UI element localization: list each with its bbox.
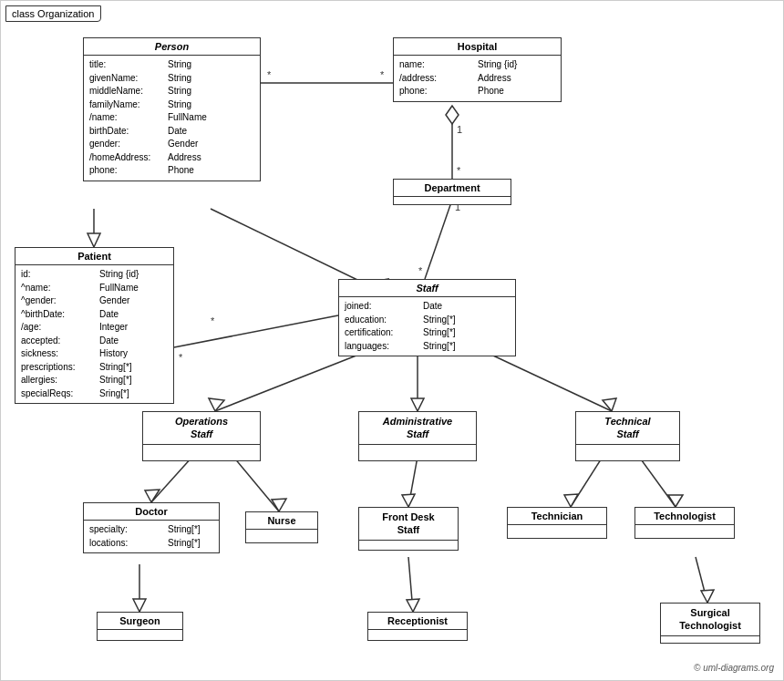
class-surgeon-attrs [98,630,182,635]
class-staff-attrs: joined:Date education:String[*] certific… [339,297,515,356]
class-administrative-staff: AdministrativeStaff [358,411,477,461]
svg-line-27 [408,457,418,507]
class-doctor: Doctor specialty:String[*] locations:Str… [83,502,220,553]
class-technologist-attrs [635,525,734,531]
copyright-text: © uml-diagrams.org [694,663,774,673]
class-front-desk-staff: Front DeskStaff [358,507,459,551]
class-technologist-title: Technologist [635,508,734,525]
svg-line-14 [174,315,338,347]
svg-text:*: * [211,315,215,326]
class-hospital-title: Hospital [394,38,561,56]
svg-marker-28 [402,494,415,507]
svg-marker-38 [701,590,714,603]
class-surgeon: Surgeon [97,612,183,641]
svg-marker-34 [133,599,146,612]
class-technician-attrs [508,525,606,531]
svg-marker-32 [668,495,683,507]
class-nurse-attrs [246,530,317,535]
class-department-title: Department [394,180,511,197]
class-front-desk-staff-attrs [359,541,458,546]
diagram-container: class Organization * * 1 * 1 * * * [0,0,784,681]
class-patient-title: Patient [15,248,173,265]
class-patient-attrs: id:String {id} ^name:FullName ^gender:Ge… [15,265,173,403]
class-administrative-staff-title: AdministrativeStaff [359,412,476,445]
svg-marker-36 [407,599,419,612]
svg-line-17 [215,352,366,411]
svg-marker-20 [411,398,424,411]
class-operations-staff-title: OperationsStaff [143,412,260,445]
svg-text:*: * [380,69,385,80]
class-surgeon-title: Surgeon [98,613,182,630]
svg-marker-11 [88,233,100,247]
class-department-attrs [394,197,511,204]
svg-text:*: * [179,352,183,363]
svg-line-7 [425,200,452,279]
class-patient: Patient id:String {id} ^name:FullName ^g… [15,247,174,404]
class-receptionist-title: Receptionist [368,613,467,630]
svg-marker-30 [564,494,578,507]
svg-marker-4 [446,106,459,124]
class-operations-staff: OperationsStaff [142,411,261,461]
class-technologist: Technologist [634,507,735,539]
class-surgical-technologist-title: SurgicalTechnologist [661,604,759,636]
class-doctor-attrs: specialty:String[*] locations:String[*] [84,521,219,552]
class-receptionist: Receptionist [367,612,468,641]
class-person-title: Person [84,38,260,56]
class-nurse-title: Nurse [246,512,317,530]
class-technical-staff-attrs [576,445,679,450]
class-surgical-technologist: SurgicalTechnologist [660,603,760,644]
class-technician: Technician [507,507,607,539]
class-surgical-technologist-attrs [661,636,759,642]
class-staff: Staff joined:Date education:String[*] ce… [338,279,516,356]
svg-line-31 [639,457,676,507]
class-department: Department [393,179,511,205]
class-technical-staff: TechnicalStaff [575,411,680,461]
class-doctor-title: Doctor [84,503,219,521]
svg-text:*: * [267,69,272,80]
diagram-title: class Organization [5,5,101,22]
class-hospital: Hospital name:String {id} /address:Addre… [393,37,562,102]
class-front-desk-staff-title: Front DeskStaff [359,508,458,541]
class-nurse: Nurse [245,511,318,543]
svg-text:*: * [457,165,461,176]
svg-line-35 [408,557,413,612]
svg-line-23 [151,457,192,502]
class-administrative-staff-attrs [359,445,476,450]
class-staff-title: Staff [339,280,515,297]
class-technical-staff-title: TechnicalStaff [576,412,679,445]
svg-line-25 [233,457,279,511]
class-receptionist-attrs [368,630,467,635]
svg-marker-22 [603,398,616,411]
svg-marker-18 [209,398,224,411]
svg-marker-26 [272,499,286,511]
svg-line-37 [696,557,707,603]
class-operations-staff-attrs [143,445,260,450]
svg-line-29 [571,457,603,507]
class-person-attrs: title:String givenName:String middleName… [84,56,260,181]
class-person: Person title:String givenName:String mid… [83,37,261,181]
svg-text:1: 1 [457,124,462,135]
svg-text:*: * [418,265,423,276]
svg-marker-24 [145,490,160,502]
class-technician-title: Technician [508,508,606,525]
class-hospital-attrs: name:String {id} /address:Address phone:… [394,56,561,101]
